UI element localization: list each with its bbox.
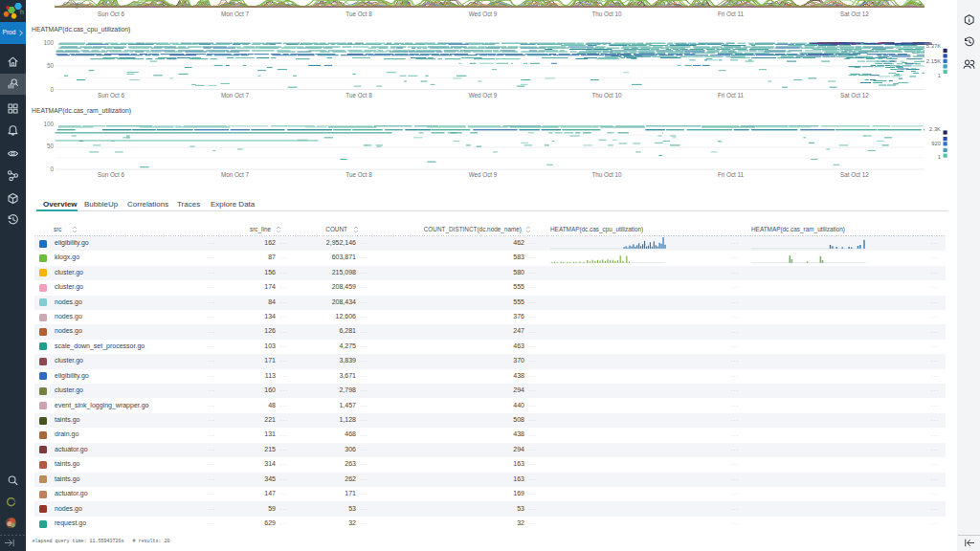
svg-text:Sat Oct 12: Sat Oct 12 xyxy=(840,11,869,17)
svg-text:0: 0 xyxy=(50,165,54,172)
svg-text:Thu Oct 10: Thu Oct 10 xyxy=(591,92,622,99)
svg-text:5.37K: 5.37K xyxy=(926,43,941,49)
svg-text:0: 0 xyxy=(75,3,78,10)
svg-text:Tue Oct 8: Tue Oct 8 xyxy=(345,171,372,178)
svg-text:Thu Oct 10: Thu Oct 10 xyxy=(591,11,622,17)
svg-text:Fri Oct 11: Fri Oct 11 xyxy=(718,92,745,99)
svg-text:Sat Oct 12: Sat Oct 12 xyxy=(840,171,869,178)
svg-text:2.15K: 2.15K xyxy=(926,58,941,64)
svg-text:Sat Oct 12: Sat Oct 12 xyxy=(840,92,869,99)
svg-text:Mon Oct 7: Mon Oct 7 xyxy=(221,171,250,178)
svg-text:Fri Oct 11: Fri Oct 11 xyxy=(718,171,745,178)
svg-text:920: 920 xyxy=(931,141,941,146)
svg-text:Tue Oct 8: Tue Oct 8 xyxy=(345,11,372,17)
svg-text:Tue Oct 8: Tue Oct 8 xyxy=(345,92,372,99)
svg-text:1: 1 xyxy=(938,73,941,78)
svg-text:Sun Oct 6: Sun Oct 6 xyxy=(98,11,124,17)
svg-text:Mon Oct 7: Mon Oct 7 xyxy=(221,11,250,17)
svg-text:Thu Oct 10: Thu Oct 10 xyxy=(591,171,622,178)
svg-text:HEATMAP(dc.cas_cpu_utilization: HEATMAP(dc.cas_cpu_utilization) xyxy=(32,26,130,33)
svg-text:Sun Oct 6: Sun Oct 6 xyxy=(98,171,124,178)
svg-text:Fri Oct 11: Fri Oct 11 xyxy=(718,11,745,17)
svg-text:1: 1 xyxy=(938,154,941,160)
svg-text:Wed Oct 9: Wed Oct 9 xyxy=(469,92,498,99)
svg-text:2.3K: 2.3K xyxy=(929,126,941,132)
svg-text:50: 50 xyxy=(47,62,55,69)
svg-text:Wed Oct 9: Wed Oct 9 xyxy=(469,11,498,17)
svg-text:100: 100 xyxy=(43,121,54,127)
svg-text:Wed Oct 9: Wed Oct 9 xyxy=(469,171,498,178)
svg-text:50: 50 xyxy=(47,143,55,149)
svg-text:HEATMAP(dc.cas_ram_utilization: HEATMAP(dc.cas_ram_utilization) xyxy=(32,107,131,115)
svg-text:Mon Oct 7: Mon Oct 7 xyxy=(221,92,250,99)
svg-text:Sun Oct 6: Sun Oct 6 xyxy=(98,92,124,99)
svg-text:0: 0 xyxy=(50,86,54,93)
svg-text:h: h xyxy=(20,9,24,15)
svg-text:100: 100 xyxy=(43,39,54,46)
